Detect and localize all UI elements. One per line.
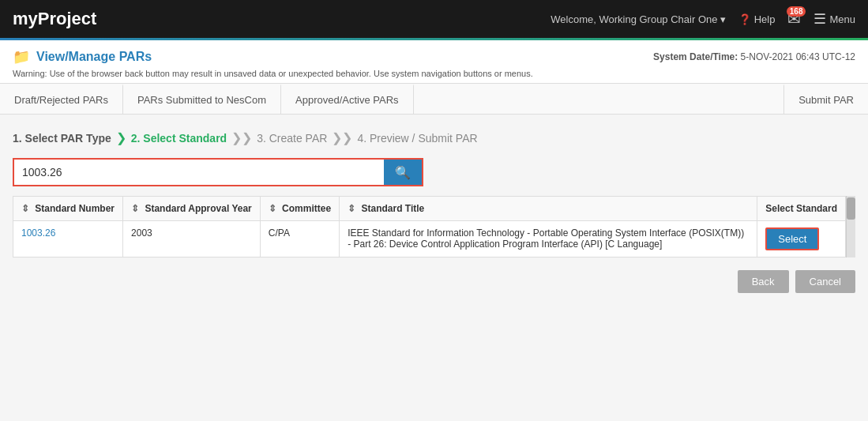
help-link[interactable]: ❓ Help (738, 13, 775, 25)
notifications-button[interactable]: ✉ 168 (787, 9, 801, 28)
table-row: 1003.26 2003 C/PA IEEE Standard for Info… (13, 221, 846, 257)
back-button[interactable]: Back (738, 270, 789, 293)
step-arrow-3: ❯❯ (332, 130, 352, 145)
cancel-button[interactable]: Cancel (795, 270, 855, 293)
warning-message: Warning: Use of the browser back button … (13, 69, 855, 78)
tab-submit-par[interactable]: Submit PAR (783, 84, 868, 114)
welcome-text: Welcome, Working Group Chair One ▾ (550, 13, 726, 25)
step-3-label: 3. Create PAR (257, 132, 327, 145)
hamburger-icon: ☰ (814, 10, 826, 28)
main-content: 1. Select PAR Type ❯ 2. Select Standard … (0, 115, 868, 417)
cell-standard-number: 1003.26 (13, 221, 123, 257)
scrollbar-thumb[interactable] (847, 197, 855, 220)
search-button[interactable]: 🔍 (384, 160, 422, 185)
sort-icon-standard-number: ⇕ (21, 203, 29, 214)
col-header-title[interactable]: ⇕ Standard Title (340, 197, 757, 221)
search-row: 🔍 (13, 158, 423, 186)
sort-icon-approval-year: ⇕ (131, 203, 139, 214)
cell-approval-year: 2003 (123, 221, 261, 257)
page-header: 📁 View/Manage PARs System Date/Time: 5-N… (0, 40, 868, 84)
select-standard-button[interactable]: Select (765, 227, 819, 250)
sort-icon-title: ⇕ (348, 203, 355, 214)
page-title: View/Manage PARs (36, 50, 152, 64)
standard-number-link[interactable]: 1003.26 (21, 227, 55, 239)
step-arrow-2: ❯❯ (231, 130, 252, 145)
col-header-approval-year[interactable]: ⇕ Standard Approval Year (123, 197, 261, 221)
tab-draft-rejected[interactable]: Draft/Rejected PARs (0, 84, 123, 114)
brand-logo: myProject (13, 9, 96, 29)
top-navigation: myProject Welcome, Working Group Chair O… (0, 0, 868, 38)
tab-submitted-nescom[interactable]: PARs Submitted to NesCom (123, 84, 281, 114)
cell-select: Select (757, 221, 846, 257)
sort-icon-committee: ⇕ (269, 203, 276, 214)
step-arrow-1: ❯ (116, 130, 126, 145)
folder-icon: 📁 (13, 48, 30, 66)
step-1-label: 1. Select PAR Type (13, 132, 111, 145)
menu-button[interactable]: ☰ Menu (814, 10, 855, 28)
system-datetime: System Date/Time: 5-NOV-2021 06:43 UTC-1… (653, 51, 855, 62)
col-header-committee[interactable]: ⇕ Committee (260, 197, 339, 221)
step-2-label: 2. Select Standard (131, 132, 227, 145)
col-header-standard-number[interactable]: ⇕ Standard Number (13, 197, 123, 221)
cell-committee: C/PA (260, 221, 339, 257)
steps-breadcrumb: 1. Select PAR Type ❯ 2. Select Standard … (13, 130, 855, 145)
scrollbar-track[interactable] (846, 196, 855, 257)
search-icon: 🔍 (395, 166, 411, 179)
table-wrapper: ⇕ Standard Number ⇕ Standard Approval Ye… (13, 196, 855, 257)
search-input[interactable] (14, 160, 384, 185)
tab-approved-active[interactable]: Approved/Active PARs (281, 84, 414, 114)
standards-table: ⇕ Standard Number ⇕ Standard Approval Ye… (13, 196, 846, 257)
footer-buttons: Back Cancel (13, 270, 855, 293)
notification-badge: 168 (787, 6, 806, 17)
tab-spacer (414, 84, 784, 114)
tabs-bar: Draft/Rejected PARs PARs Submitted to Ne… (0, 84, 868, 115)
step-4-label: 4. Preview / Submit PAR (357, 132, 477, 145)
col-header-select: Select Standard (757, 197, 846, 221)
cell-title: IEEE Standard for Information Technology… (340, 221, 757, 257)
